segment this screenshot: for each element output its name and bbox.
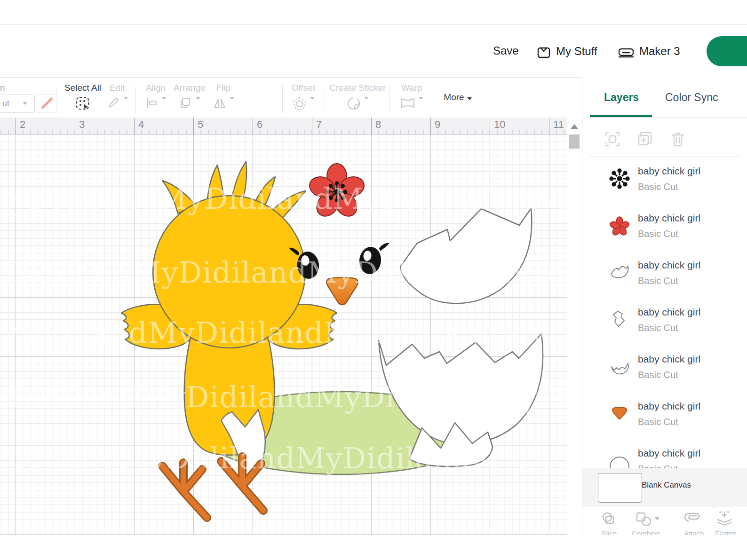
sticker-icon: [346, 96, 361, 111]
arrange-icon: [179, 96, 193, 110]
tab-color-sync[interactable]: Color Sync: [665, 91, 718, 104]
svg-text:MyDidilandMyDidilandMyDidiland: MyDidilandMyDidilandMyDidilandMyDidiland: [0, 380, 567, 414]
machine-icon: [618, 45, 635, 60]
layer-name: baby chick girl: [638, 166, 700, 177]
more-button[interactable]: More: [437, 77, 479, 118]
make-it-button[interactable]: [707, 36, 747, 66]
layer-row[interactable]: baby chick girl Basic Cut: [582, 160, 747, 207]
ruler-number: 9: [435, 118, 440, 131]
chevron-down-icon: [123, 97, 128, 100]
ruler-number: 3: [79, 118, 85, 131]
eggshell-piece-icon: [608, 355, 631, 378]
chevron-down-icon: [419, 97, 423, 100]
layer-row[interactable]: baby chick girl Basic Cut: [582, 254, 747, 301]
offset-label: Offset: [286, 83, 321, 93]
eggshell-shard-icon: [608, 308, 631, 331]
warp-icon: [400, 96, 416, 110]
chevron-down-icon: [364, 97, 369, 100]
my-stuff-label: My Stuff: [556, 45, 597, 58]
layer-row[interactable]: baby chick girl Basic Cut: [582, 348, 747, 395]
align-button[interactable]: Align: [140, 77, 171, 118]
warp-label: Warp: [394, 83, 429, 93]
ruler-number: 4: [138, 118, 144, 131]
layer-name: baby chick girl: [638, 307, 700, 318]
blank-canvas-label: Blank Canvas: [642, 481, 691, 490]
ruler-number: 5: [198, 118, 203, 131]
create-sticker-label: Create Sticker: [329, 83, 386, 93]
machine-selector[interactable]: Maker 3: [618, 42, 680, 60]
toolbar-separator: [135, 86, 135, 113]
layer-row[interactable]: baby chick girl Basic Cut: [582, 207, 747, 254]
svg-text:MyDidilandMyDidilandMyDidiland: MyDidilandMyDidilandMyDidilandMyDidiland: [0, 181, 567, 216]
flip-icon: [213, 96, 227, 110]
toolbar-separator: [325, 86, 325, 113]
pencil-icon: [106, 96, 120, 110]
eggshell-top-icon: [608, 261, 631, 284]
duplicate-button[interactable]: [637, 131, 654, 148]
tab-layers[interactable]: Layers: [604, 91, 639, 104]
select-all-button[interactable]: Select All: [64, 77, 102, 118]
layer-name: baby chick girl: [638, 260, 700, 271]
design-canvas[interactable]: 234567891011: [0, 118, 567, 535]
combine-label: Combine: [630, 529, 661, 535]
stamen-icon: [608, 167, 631, 190]
create-sticker-button[interactable]: Create Sticker: [329, 77, 386, 118]
ruler-number: 7: [316, 118, 322, 131]
align-icon: [145, 96, 159, 110]
layer-type: Basic Cut: [638, 276, 678, 286]
layer-name: baby chick girl: [638, 354, 700, 365]
warp-button[interactable]: Warp: [394, 77, 429, 118]
toolbar-separator: [432, 86, 432, 113]
artwork[interactable]: MyDidilandMyDidilandMyDidilandMyDidiland…: [0, 134, 567, 535]
scroll-up-icon[interactable]: [571, 124, 578, 129]
svg-text:MyDidilandMyDidilandMyDidiland: MyDidilandMyDidilandMyDidilandMyDidiland: [0, 255, 567, 290]
chevron-down-icon: [196, 97, 200, 100]
attach-label: Attach: [684, 529, 704, 535]
ruler-number: 6: [257, 118, 262, 131]
flatten-button[interactable]: Flatten: [715, 511, 737, 535]
blank-canvas-row[interactable]: Blank Canvas: [582, 468, 747, 507]
group-button[interactable]: [604, 131, 621, 148]
align-label: Align: [140, 83, 171, 93]
combine-button[interactable]: Combine: [635, 511, 661, 535]
color-swatch-button[interactable]: [36, 94, 58, 113]
flip-button[interactable]: Flip: [208, 77, 239, 118]
machine-label: Maker 3: [639, 45, 680, 58]
select-all-icon: [75, 96, 91, 111]
my-stuff-button[interactable]: My Stuff: [536, 42, 597, 60]
save-label: Save: [493, 44, 519, 57]
layer-row[interactable]: baby chick girl Basic Cut: [582, 395, 747, 442]
chevron-down-icon: [467, 97, 472, 100]
toolbar-separator: [282, 86, 283, 113]
layer-name: baby chick girl: [638, 401, 700, 412]
layer-type: Basic Cut: [638, 181, 678, 192]
offset-button[interactable]: Offset: [286, 77, 321, 118]
ruler-number: 10: [494, 118, 505, 131]
layer-type: Basic Cut: [638, 323, 678, 333]
chevron-down-icon: [310, 97, 315, 100]
app-window: Save My Stuff Maker 3 n ut Select All: [0, 0, 747, 535]
select-all-label: Select All: [64, 83, 102, 93]
tabs-border: [582, 117, 747, 118]
flower-icon: [608, 214, 631, 237]
layer-row[interactable]: baby chick girl Basic Cut: [582, 301, 747, 348]
chevron-down-icon: [23, 102, 27, 105]
toolbar-separator: [389, 86, 390, 113]
slice-button[interactable]: Slice: [600, 511, 618, 535]
layers-panel: Layers Color Sync: [582, 77, 747, 535]
arrange-button[interactable]: Arrange: [171, 77, 208, 118]
save-button[interactable]: Save: [493, 44, 519, 57]
linetype-dropdown[interactable]: ut: [0, 94, 35, 113]
vertical-scrollbar[interactable]: [567, 118, 582, 535]
layer-type: Basic Cut: [638, 370, 678, 380]
layer-actions-bar: [582, 124, 747, 154]
layer-tools-bar: Slice Combine Attach Flat: [582, 507, 747, 535]
delete-button[interactable]: [670, 131, 686, 148]
edit-button[interactable]: Edit: [103, 77, 132, 118]
offset-icon: [292, 96, 307, 111]
inbox-icon: [536, 45, 551, 60]
attach-button[interactable]: Attach: [684, 511, 704, 535]
scrollbar-thumb[interactable]: [569, 134, 580, 149]
divider: [589, 156, 741, 157]
canvas-thumbnail: [598, 473, 642, 503]
